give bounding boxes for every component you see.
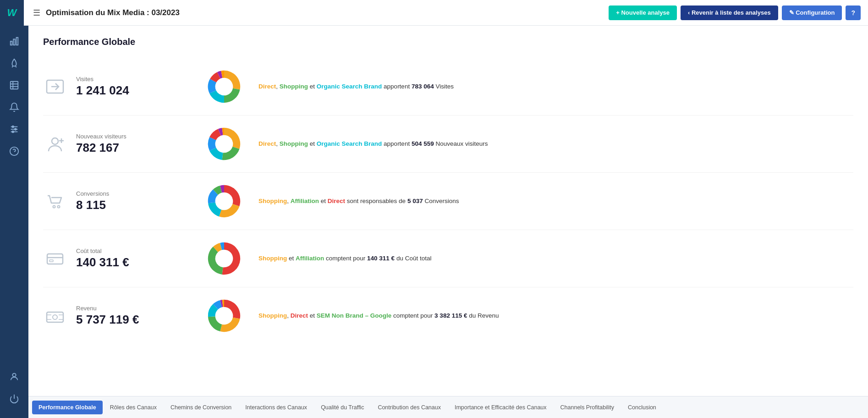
svg-point-23 xyxy=(216,136,232,152)
main-layout: Performance Globale Visites1 241 024Dire… xyxy=(0,26,868,418)
tab-conclusion[interactable]: Conclusion xyxy=(621,401,663,414)
sidebar-item-user[interactable] xyxy=(4,367,24,387)
bottom-tabs: Performance GlobaleRôles des CanauxChemi… xyxy=(28,396,868,418)
sidebar-item-chart[interactable] xyxy=(4,31,24,51)
sidebar-item-rocket[interactable] xyxy=(4,53,24,73)
sidebar-item-bell[interactable] xyxy=(4,97,24,117)
metric-value-cout-total: 140 311 € xyxy=(76,255,129,270)
desc-part: Direct xyxy=(258,140,276,147)
svg-rect-31 xyxy=(47,312,63,322)
desc-part: Affiliation xyxy=(296,255,324,262)
metric-left-conversions: Conversions8 115 xyxy=(43,189,190,213)
menu-icon[interactable]: ☰ xyxy=(33,8,40,18)
svg-rect-29 xyxy=(49,260,53,262)
sidebar-item-question[interactable] xyxy=(4,141,24,161)
desc-part: Organic Search Brand xyxy=(317,83,382,90)
tab-importance-et-efficacit-des-canaux[interactable]: Importance et Efficacité des Canaux xyxy=(448,401,553,414)
sidebar-item-sliders[interactable] xyxy=(4,119,24,139)
svg-point-19 xyxy=(216,79,232,95)
svg-point-10 xyxy=(12,126,14,128)
revenir-button[interactable]: ‹ Revenir à liste des analyses xyxy=(681,6,778,20)
sidebar-item-power[interactable] xyxy=(4,389,24,409)
help-button[interactable]: ? xyxy=(846,6,861,20)
tab-contribution-des-canaux[interactable]: Contribution des Canaux xyxy=(371,401,447,414)
desc-part: Direct xyxy=(291,312,308,319)
desc-part: 504 559 xyxy=(412,140,434,147)
metric-left-nouveaux-visiteurs: Nouveaux visiteurs782 167 xyxy=(43,132,190,156)
metric-chart-nouveaux-visiteurs xyxy=(199,124,249,164)
desc-part: Shopping xyxy=(258,255,287,262)
sidebar-item-table[interactable] xyxy=(4,75,24,95)
configuration-button[interactable]: ✎ Configuration xyxy=(782,6,842,20)
desc-part: Shopping xyxy=(258,198,287,204)
svg-point-20 xyxy=(52,138,58,144)
metric-description-visites: Direct, Shopping et Organic Search Brand… xyxy=(258,82,853,91)
svg-point-24 xyxy=(53,206,55,208)
metric-label-conversions: Conversions xyxy=(76,190,109,197)
metric-chart-visites xyxy=(199,66,249,107)
desc-part: 783 064 xyxy=(412,83,434,90)
metric-row-visites: Visites1 241 024Direct, Shopping et Orga… xyxy=(43,58,853,116)
metric-value-visites: 1 241 024 xyxy=(76,83,129,98)
metric-description-cout-total: Shopping et Affiliation comptent pour 14… xyxy=(258,254,853,263)
tab-interactions-des-canaux[interactable]: Interactions des Canaux xyxy=(239,401,313,414)
top-header: W ☰ Optimisation du Mix Media : 03/2023 … xyxy=(0,0,868,26)
svg-rect-2 xyxy=(16,38,18,45)
add-user-icon xyxy=(43,132,67,156)
metric-description-revenu: Shopping, Direct et SEM Non Brand – Goog… xyxy=(258,311,853,320)
svg-point-15 xyxy=(12,374,16,377)
desc-part: Shopping xyxy=(280,140,308,147)
metric-label-visites: Visites xyxy=(76,76,129,82)
svg-rect-3 xyxy=(11,82,18,89)
metric-left-revenu: Revenu5 737 119 € xyxy=(43,304,190,328)
sidebar xyxy=(0,26,28,418)
desc-part: Shopping xyxy=(258,312,287,319)
arrow-right-box-icon xyxy=(43,75,67,99)
metric-row-revenu: Revenu5 737 119 €Shopping, Direct et SEM… xyxy=(43,287,853,344)
desc-part: 5 037 xyxy=(407,198,423,204)
metric-left-cout-total: Coût total140 311 € xyxy=(43,247,190,270)
metric-label-cout-total: Coût total xyxy=(76,248,129,254)
metric-left-visites: Visites1 241 024 xyxy=(43,75,190,99)
desc-part: Affiliation xyxy=(291,198,319,204)
svg-point-11 xyxy=(15,128,16,130)
metric-value-conversions: 8 115 xyxy=(76,198,109,212)
tab-rles-des-canaux[interactable]: Rôles des Canaux xyxy=(104,401,163,414)
page-title: Optimisation du Mix Media : 03/2023 xyxy=(46,8,603,17)
metric-row-cout-total: Coût total140 311 €Shopping et Affiliati… xyxy=(43,230,853,287)
metric-row-conversions: Conversions8 115Shopping, Affiliation et… xyxy=(43,173,853,230)
nouvelle-analyse-button[interactable]: + Nouvelle analyse xyxy=(609,6,677,20)
svg-rect-1 xyxy=(13,39,15,45)
metric-value-nouveaux-visiteurs: 782 167 xyxy=(76,141,126,155)
tab-channels-profitability[interactable]: Channels Profitability xyxy=(554,401,621,414)
money-icon xyxy=(43,304,67,328)
metrics-container: Visites1 241 024Direct, Shopping et Orga… xyxy=(43,58,853,344)
metric-row-nouveaux-visiteurs: Nouveaux visiteurs782 167Direct, Shoppin… xyxy=(43,116,853,173)
desc-part: 140 311 € xyxy=(367,255,395,262)
svg-point-12 xyxy=(12,131,14,133)
main-content: Performance Globale Visites1 241 024Dire… xyxy=(28,26,868,396)
cart-icon xyxy=(43,189,67,213)
metric-text-cout-total: Coût total140 311 € xyxy=(76,248,129,270)
svg-point-30 xyxy=(216,251,232,267)
svg-point-37 xyxy=(216,308,232,324)
desc-part: 3 382 115 € xyxy=(434,312,467,319)
tab-chemins-de-conversion[interactable]: Chemins de Conversion xyxy=(164,401,238,414)
svg-rect-27 xyxy=(47,254,63,264)
section-title: Performance Globale xyxy=(43,37,853,47)
svg-rect-0 xyxy=(11,41,12,45)
metric-label-revenu: Revenu xyxy=(76,305,139,312)
tab-qualit-du-traffic[interactable]: Qualité du Traffic xyxy=(314,401,370,414)
svg-point-32 xyxy=(53,315,57,319)
metric-chart-revenu xyxy=(199,296,249,336)
desc-part: Organic Search Brand xyxy=(317,140,382,147)
desc-part: Direct xyxy=(258,83,276,90)
metric-description-conversions: Shopping, Affiliation et Direct sont res… xyxy=(258,197,853,206)
logo: W xyxy=(7,7,17,19)
logo-area: W xyxy=(0,0,24,26)
svg-point-26 xyxy=(216,193,232,209)
metric-description-nouveaux-visiteurs: Direct, Shopping et Organic Search Brand… xyxy=(258,139,853,148)
tab-performance-globale[interactable]: Performance Globale xyxy=(32,401,103,414)
metric-chart-cout-total xyxy=(199,238,249,279)
credit-card-icon xyxy=(43,247,67,270)
